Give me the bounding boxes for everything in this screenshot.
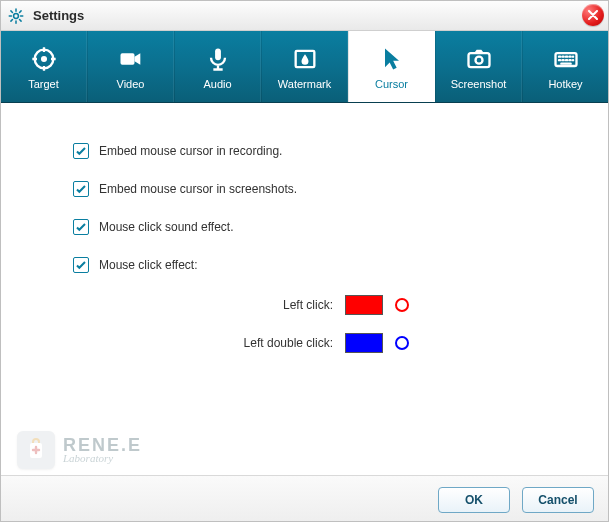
close-button[interactable] — [582, 4, 604, 26]
option-click-sound: Mouse click sound effect. — [73, 219, 560, 235]
tab-hotkey[interactable]: Hotkey — [522, 31, 608, 102]
audio-icon — [204, 44, 232, 74]
option-embed-recording: Embed mouse cursor in recording. — [73, 143, 560, 159]
gear-icon — [7, 7, 25, 25]
tab-label: Hotkey — [548, 78, 582, 90]
cursor-icon — [378, 44, 406, 74]
left-double-click-radio[interactable] — [395, 336, 409, 350]
svg-rect-3 — [120, 53, 134, 65]
checkbox-embed-recording[interactable] — [73, 143, 89, 159]
cancel-button[interactable]: Cancel — [522, 487, 594, 513]
svg-rect-6 — [468, 53, 489, 67]
tab-video[interactable]: Video — [87, 31, 174, 102]
hotkey-icon — [552, 44, 580, 74]
svg-point-7 — [475, 56, 482, 63]
checkbox-embed-screenshots[interactable] — [73, 181, 89, 197]
tab-label: Screenshot — [451, 78, 507, 90]
video-icon — [117, 44, 145, 74]
option-label: Embed mouse cursor in recording. — [99, 144, 282, 158]
option-label: Mouse click effect: — [99, 258, 197, 272]
window-title: Settings — [33, 8, 84, 23]
option-click-effect: Mouse click effect: — [73, 257, 560, 273]
left-click-radio[interactable] — [395, 298, 409, 312]
left-double-click-label: Left double click: — [73, 336, 333, 350]
checkbox-click-effect[interactable] — [73, 257, 89, 273]
row-left-click: Left click: — [73, 295, 560, 315]
left-click-label: Left click: — [73, 298, 333, 312]
brand-watermark: RENE.E Laboratory — [17, 431, 142, 469]
option-label: Embed mouse cursor in screenshots. — [99, 182, 297, 196]
svg-point-2 — [42, 57, 46, 61]
dialog-footer: OK Cancel — [1, 475, 608, 522]
option-label: Mouse click sound effect. — [99, 220, 234, 234]
svg-point-0 — [14, 13, 19, 18]
tab-target[interactable]: Target — [1, 31, 87, 102]
tab-label: Watermark — [278, 78, 331, 90]
ok-button[interactable]: OK — [438, 487, 510, 513]
screenshot-icon — [465, 44, 493, 74]
left-double-click-color-swatch[interactable] — [345, 333, 383, 353]
svg-rect-4 — [215, 48, 221, 60]
checkbox-click-sound[interactable] — [73, 219, 89, 235]
option-embed-screenshots: Embed mouse cursor in screenshots. — [73, 181, 560, 197]
target-icon — [30, 44, 58, 74]
tab-audio[interactable]: Audio — [174, 31, 261, 102]
tab-label: Audio — [203, 78, 231, 90]
tab-cursor[interactable]: Cursor — [348, 31, 435, 102]
tabstrip: Target Video Audio Watermark — [1, 31, 608, 103]
tab-watermark[interactable]: Watermark — [261, 31, 348, 102]
settings-panel-cursor: Embed mouse cursor in recording. Embed m… — [1, 103, 608, 475]
tab-screenshot[interactable]: Screenshot — [435, 31, 522, 102]
row-left-double-click: Left double click: — [73, 333, 560, 353]
tab-label: Target — [28, 78, 59, 90]
tab-label: Video — [117, 78, 145, 90]
tab-label: Cursor — [375, 78, 408, 90]
watermark-icon — [291, 44, 319, 74]
brand-badge-icon — [17, 431, 55, 469]
left-click-color-swatch[interactable] — [345, 295, 383, 315]
titlebar: Settings — [1, 1, 608, 31]
brand-line2: Laboratory — [63, 452, 142, 464]
